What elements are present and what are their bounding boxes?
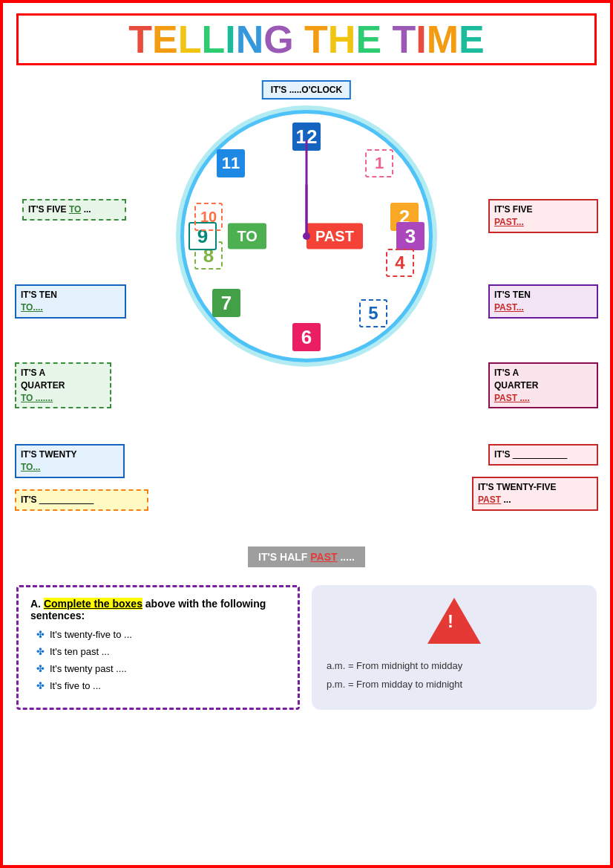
title-box: TELLING THE TIME [16,13,597,65]
clock-num-1: 1 [365,149,393,177]
ten-past-text: IT'S TENPAST... [494,290,531,313]
half-past-text: IT'S HALF PAST ..... [258,551,355,563]
five-to-label: IT'S FIVE TO ... [22,199,126,221]
five-to-text: IT'S FIVE TO ... [28,204,91,215]
title-letter-7: G [263,18,293,61]
clock-section: IT'S .....O'CLOCK 12 1 2 3 4 5 6 7 8 9 1… [9,73,604,578]
clock-hour-hand [306,184,308,236]
ten-past-label: IT'S TENPAST... [488,284,598,319]
title-letter-9: H [328,18,356,61]
blank-right-label[interactable]: IT'S ___________ [488,444,598,466]
title-letter-2: E [152,18,178,61]
quarter-to-text: IT'S AQUARTERTO ....... [21,368,65,403]
blank-right-text: IT'S ___________ [494,449,567,460]
title-letter-13: M [427,18,459,61]
exercise-item-1: It's twenty-five to ... [36,629,286,640]
quarter-past-text: IT'S AQUARTERPAST .... [494,368,538,403]
five-past-label: IT'S FIVEPAST... [488,199,598,233]
warning-triangle-icon: ! [427,598,481,644]
exercise-list: It's twenty-five to ... It's ten past ..… [30,629,286,691]
exercise-title: A. Complete the boxes above with the fol… [30,598,286,621]
clock-num-11: 11 [217,149,245,177]
clock-past-label: PAST [306,223,363,249]
twenty-five-past-label: IT'S TWENTY-FIVEPAST ... [472,477,598,511]
quarter-past-label: IT'S AQUARTERPAST .... [488,362,598,408]
info-text: a.m. = From midnight to midday p.m. = Fr… [327,660,582,697]
half-past-label: IT'S HALF PAST ..... [248,546,365,567]
exercise-item-3: It's twenty past .... [36,663,286,674]
clock-num-4: 4 [386,249,414,277]
five-past-text: IT'S FIVEPAST... [494,204,533,227]
title-letter-4: L [201,18,225,61]
title-letter-5: I [225,18,235,61]
clock-num-3: 3 [396,222,424,250]
clock-face: 12 1 2 3 4 5 6 7 8 9 10 11 TO PAST [180,110,433,362]
title-letter-14: E [459,18,485,61]
title-letter-10: E [355,18,381,61]
title-letter-12: I [416,18,426,61]
clock-num-7: 7 [212,289,240,317]
exercise-item-2: It's ten past ... [36,646,286,657]
exercise-item-4: It's five to ... [36,680,286,691]
warning-exclamation: ! [448,611,453,632]
blank-left-label[interactable]: IT'S ___________ [15,489,148,511]
clock-center-dot [303,232,310,240]
twenty-five-past-text: IT'S TWENTY-FIVEPAST ... [478,482,557,505]
bottom-section: A. Complete the boxes above with the fol… [16,585,597,710]
title-letter-11: T [393,18,416,61]
quarter-to-label: IT'S AQUARTERTO ....... [15,362,111,408]
am-text: a.m. = From midnight to midday [327,660,582,671]
title-letter-3: L [178,18,202,61]
blank-left-text: IT'S ___________ [21,495,94,505]
ten-to-text: IT'S TENTO.... [21,290,57,313]
title-letter-8: T [304,18,328,61]
twenty-to-text: IT'S TWENTYTO... [21,449,77,472]
clock-num-10: 10 [194,203,223,231]
info-box: ! a.m. = From midnight to midday p.m. = … [312,585,597,710]
oclock-label: IT'S .....O'CLOCK [262,80,351,99]
exercise-highlight: Complete the boxes [44,598,142,610]
clock-num-6: 6 [292,323,321,351]
warning-icon-container: ! [427,598,481,648]
exercise-box: A. Complete the boxes above with the fol… [16,585,300,710]
oclock-text: IT'S .....O'CLOCK [271,85,342,95]
clock-to-label: TO [228,223,266,249]
title-letter-1: T [128,18,152,61]
title-text: TELLING THE TIME [26,20,587,59]
clock-num-5: 5 [359,299,387,327]
pm-text: p.m. = From midday to midnight [327,679,582,690]
title-letter-6: N [236,18,264,61]
twenty-to-label: IT'S TWENTYTO... [15,444,125,478]
exercise-title-a: A. [30,598,41,610]
ten-to-label: IT'S TENTO.... [15,284,126,319]
